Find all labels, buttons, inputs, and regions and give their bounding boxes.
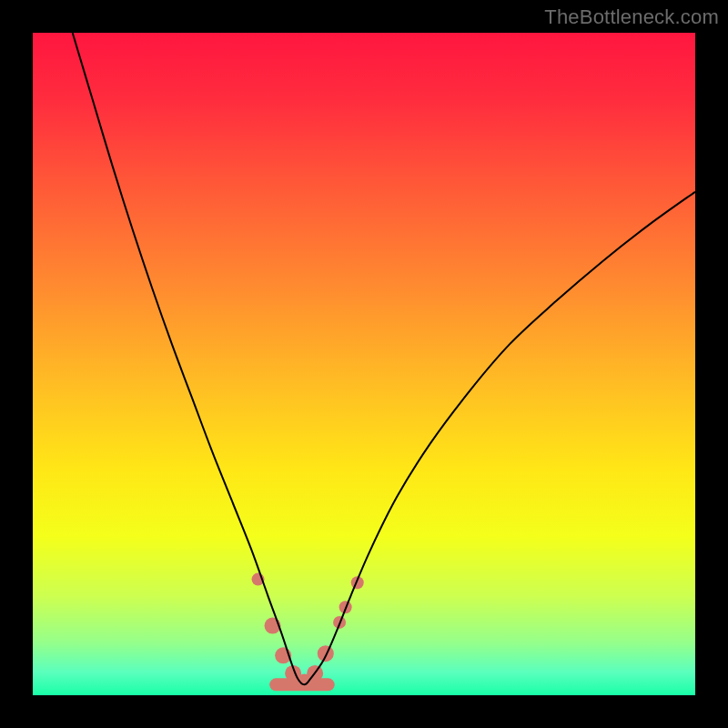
outer-frame: TheBottleneck.com (0, 0, 728, 728)
chart-canvas (33, 33, 695, 695)
data-marker (318, 645, 334, 662)
watermark-text: TheBottleneck.com (544, 5, 719, 29)
gradient-background (33, 33, 695, 695)
plot-area (33, 33, 695, 695)
